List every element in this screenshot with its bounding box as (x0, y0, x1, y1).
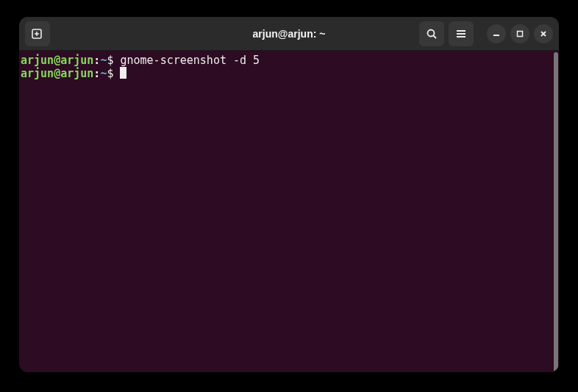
command-text: gnome-screenshot -d 5 (120, 54, 260, 67)
close-icon (539, 29, 548, 38)
hamburger-icon (455, 28, 467, 40)
maximize-icon (515, 29, 524, 38)
minimize-icon (492, 29, 501, 38)
svg-rect-2 (518, 31, 523, 36)
terminal-line: arjun@arjun:~$ (21, 67, 552, 80)
cursor-block (120, 67, 126, 79)
new-tab-icon (31, 27, 44, 40)
prompt-dollar: $ (107, 67, 120, 80)
terminal-area: arjun@arjun:~$ gnome-screenshot -d 5arju… (19, 51, 559, 372)
titlebar: arjun@arjun: ~ (19, 17, 559, 51)
maximize-button[interactable] (510, 24, 529, 43)
search-button[interactable] (419, 21, 444, 46)
close-button[interactable] (534, 24, 553, 43)
terminal-window: arjun@arjun: ~ (19, 17, 559, 372)
minimize-button[interactable] (487, 24, 506, 43)
new-tab-button[interactable] (25, 21, 50, 46)
window-title: arjun@arjun: ~ (253, 28, 326, 40)
menu-button[interactable] (449, 21, 474, 46)
prompt-user: arjun@arjun (21, 54, 93, 67)
prompt-user: arjun@arjun (21, 67, 93, 80)
prompt-dollar: $ (107, 54, 120, 67)
scroll-thumb[interactable] (554, 52, 558, 372)
terminal-viewport[interactable]: arjun@arjun:~$ gnome-screenshot -d 5arju… (19, 51, 553, 372)
search-icon (426, 28, 438, 40)
scrollbar[interactable] (553, 51, 559, 372)
svg-point-1 (428, 29, 435, 36)
terminal-line: arjun@arjun:~$ gnome-screenshot -d 5 (21, 54, 552, 67)
